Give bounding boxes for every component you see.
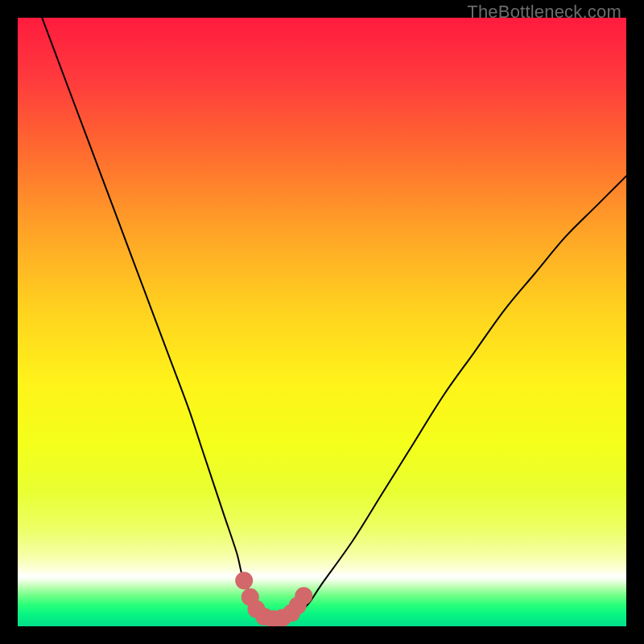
plot-area (18, 18, 626, 626)
optimal-marker (295, 587, 312, 605)
bottleneck-curve (42, 18, 626, 620)
optimal-marker (235, 572, 253, 589)
chart-frame: TheBottleneck.com (0, 0, 644, 644)
watermark-text: TheBottleneck.com (467, 2, 621, 23)
optimal-range-markers (235, 572, 312, 626)
curve-layer (18, 18, 626, 626)
